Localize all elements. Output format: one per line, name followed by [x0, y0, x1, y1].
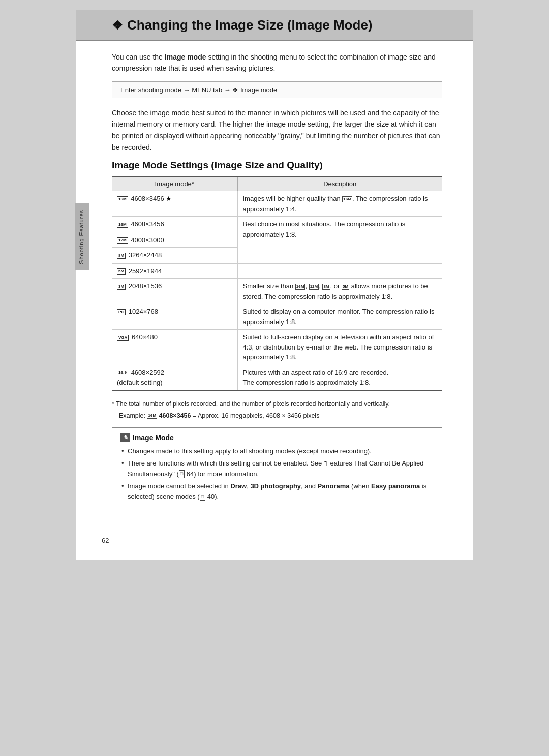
body-text: Choose the image mode best suited to the… — [112, 107, 442, 153]
table-cell-description: Suited to display on a computer monitor.… — [237, 304, 442, 330]
list-item: Image mode cannot be selected in Draw, 3… — [120, 481, 434, 502]
table-row: 16M 4608×3456 ★ Images will be higher qu… — [112, 191, 442, 217]
table-cell-description: Best choice in most situations. The comp… — [237, 217, 442, 264]
footnote-asterisk: * — [112, 400, 116, 408]
table-cell-mode: 16M 4608×3456 ★ — [112, 191, 237, 217]
list-item: Changes made to this setting apply to al… — [120, 446, 434, 456]
sidebar-label: Shooting Features — [75, 203, 89, 270]
table-header-mode: Image mode* — [112, 177, 237, 191]
page-number: 62 — [102, 537, 109, 544]
table-cell-mode: 12M 4000×3000 — [112, 232, 237, 248]
table-cell-description: Pictures with an aspect ratio of 16:9 ar… — [237, 365, 442, 391]
table-cell-description: Suited to full-screen display on a telev… — [237, 330, 442, 365]
table-row: 5M 2592×1944 — [112, 263, 442, 279]
table-row: 3M 2048×1536 Smaller size than 16M, 12M,… — [112, 279, 442, 304]
footnote-example: Example: 16M 4608×3456 = Approx. 16 mega… — [112, 411, 442, 421]
note-icon: ✎ — [120, 433, 130, 442]
table-cell-description: Images will be higher quality than 16M. … — [237, 191, 442, 217]
table-row: PC 1024×768 Suited to display on a compu… — [112, 304, 442, 330]
table-row: VGA 640×480 Suited to full-screen displa… — [112, 330, 442, 365]
table-cell-description — [237, 263, 442, 279]
table-cell-mode: 8M 3264×2448 — [112, 248, 237, 264]
mode-icon-16m: 16M — [117, 222, 128, 228]
table-cell-mode: 5M 2592×1944 — [112, 263, 237, 279]
title-section: ❖ Changing the Image Size (Image Mode) — [76, 10, 473, 41]
table-cell-mode: 16:9 4608×2592(default setting) — [112, 365, 237, 391]
title-icon: ❖ — [112, 18, 123, 33]
mode-icon-pc: PC — [117, 309, 126, 315]
table-row: 16M 4608×3456 Best choice in most situat… — [112, 217, 442, 232]
table-cell-mode: PC 1024×768 — [112, 304, 237, 330]
table-row: 16:9 4608×2592(default setting) Pictures… — [112, 365, 442, 391]
note-box: ✎ Image Mode Changes made to this settin… — [112, 427, 442, 509]
main-title: ❖ Changing the Image Size (Image Mode) — [112, 17, 442, 33]
footnote: * The total number of pixels recorded, a… — [112, 399, 442, 409]
section-heading: Image Mode Settings (Image Size and Qual… — [112, 160, 442, 171]
table-cell-mode: VGA 640×480 — [112, 330, 237, 365]
mode-icon-5m: 5M — [117, 268, 126, 274]
image-mode-table: Image mode* Description 16M 4608×3456 ★ … — [112, 176, 442, 391]
intro-text: You can use the Image mode setting in th… — [112, 51, 442, 74]
list-item: There are functions with which this sett… — [120, 458, 434, 479]
mode-icon-vga: VGA — [117, 335, 129, 341]
mode-icon-12m: 12M — [117, 237, 128, 243]
mode-icon-3m: 3M — [117, 284, 126, 290]
note-heading-text: Image Mode — [133, 433, 174, 442]
mode-icon-16m-star: 16M — [117, 196, 128, 202]
note-heading: ✎ Image Mode — [120, 433, 434, 442]
nav-box: Enter shooting mode → MENU tab → ❖ Image… — [112, 81, 442, 98]
note-list: Changes made to this setting apply to al… — [120, 446, 434, 502]
table-cell-description: Smaller size than 16M, 12M, 8M, or 5M al… — [237, 279, 442, 304]
table-cell-mode: 16M 4608×3456 — [112, 217, 237, 232]
page: Shooting Features 62 ❖ Changing the Imag… — [76, 10, 473, 560]
table-header-row: Image mode* Description — [112, 177, 442, 191]
mode-icon-169: 16:9 — [117, 370, 128, 376]
table-cell-mode: 3M 2048×1536 — [112, 279, 237, 304]
footnote-text: The total number of pixels recorded, and… — [116, 400, 390, 408]
nav-text: Enter shooting mode → MENU tab → ❖ Image… — [120, 86, 277, 94]
title-text: Changing the Image Size (Image Mode) — [127, 17, 373, 33]
mode-icon-8m: 8M — [117, 253, 126, 259]
table-header-description: Description — [237, 177, 442, 191]
